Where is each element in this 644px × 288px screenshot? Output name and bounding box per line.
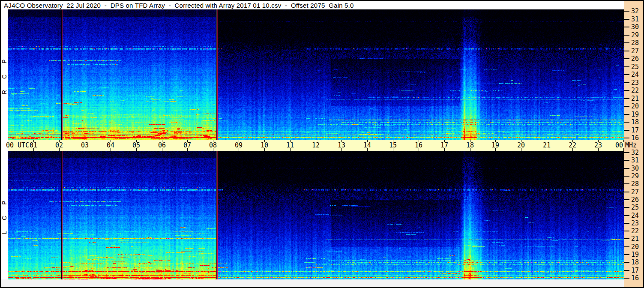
hour-tick [623,148,624,151]
rcp-label: R C P [1,9,8,140]
hour-label: 05 [130,142,143,149]
freq-tick [624,106,629,107]
page-title: AJ4CO Observatory 22 Jul 2020 - DPS on T… [4,1,354,9]
freq-tick [624,223,629,224]
freq-tick [624,130,629,131]
hour-label: 15 [386,142,399,149]
freq-label: 26 [631,55,642,62]
freq-label: 24 [631,71,642,78]
spectrogram-canvas-rcp [8,9,624,140]
hour-label: 17 [438,142,451,149]
frequency-axis: MHz 323130292827262524232221201918171632… [624,1,643,287]
freq-tick [624,254,629,255]
bottom-margin [1,279,624,287]
hour-tick [8,148,8,151]
freq-label: 32 [631,8,642,15]
freq-label: 25 [631,63,642,70]
freq-tick [624,51,629,51]
freq-tick [624,114,629,115]
hour-tick [8,140,8,142]
hour-label-last: 00 [613,142,626,149]
freq-tick [624,90,629,91]
freq-label: 21 [631,235,642,242]
freq-label: 22 [631,228,642,234]
spectrogram-canvas-lcp [8,151,624,279]
hour-label: 06 [156,142,168,149]
freq-label: 31 [631,157,642,164]
freq-tick [624,183,629,184]
hour-label: 13 [335,142,348,149]
freq-tick [624,138,629,138]
freq-label: 16 [631,275,642,282]
hour-label: 11 [284,142,297,149]
freq-tick [624,231,629,231]
freq-label: 22 [631,87,642,94]
hour-label: 10 [258,142,271,149]
freq-tick [624,160,629,161]
freq-tick [624,168,629,169]
freq-label: 23 [631,79,642,86]
freq-tick [624,58,629,59]
freq-tick [624,27,629,27]
freq-label: 20 [631,243,642,250]
hour-label: 16 [412,142,425,149]
freq-tick [624,152,629,153]
freq-tick [624,11,629,12]
freq-tick [624,238,629,239]
freq-tick [624,192,629,192]
freq-label: 21 [631,95,642,102]
hour-label: 01 [27,142,40,149]
freq-label: 30 [631,165,642,172]
freq-label: 20 [631,103,642,110]
mhz-unit-label: MHz [625,142,643,149]
freq-tick [624,42,629,43]
hour-label: 19 [489,142,502,149]
freq-tick [624,246,629,247]
freq-tick [624,98,629,99]
freq-tick [624,215,629,216]
freq-label: 32 [631,149,642,156]
hour-label: 09 [232,142,245,149]
freq-label: 17 [631,127,642,134]
hour-label: 23 [592,142,605,149]
hour-label: 08 [207,142,219,149]
hour-label: 22 [566,142,579,149]
hour-label: 12 [309,142,322,149]
freq-label: 29 [631,173,642,180]
freq-label: 28 [631,39,642,46]
time-axis: 00 UTC 00 010203040506070809101112131415… [8,140,624,151]
freq-tick [624,122,629,123]
freq-label: 18 [631,119,642,126]
freq-tick [624,270,629,271]
hour-label: 02 [53,142,66,149]
freq-label: 27 [631,189,642,195]
freq-label: 27 [631,48,642,54]
freq-label: 24 [631,212,642,219]
freq-label: 31 [631,16,642,23]
freq-label: 25 [631,204,642,211]
freq-label: 17 [631,267,642,274]
hour-label: 03 [78,142,91,149]
freq-tick [624,199,629,200]
hour-label: 14 [361,142,374,149]
freq-tick [624,207,629,208]
freq-tick [624,262,629,263]
freq-label: 16 [631,135,642,141]
freq-label: 30 [631,24,642,30]
freq-tick [624,66,629,67]
freq-tick [624,35,629,36]
hour-tick [623,140,624,142]
freq-label: 26 [631,196,642,203]
hour-label: 04 [104,142,117,149]
lcp-label: L C P [1,151,8,279]
freq-label: 23 [631,220,642,227]
freq-tick [624,19,629,20]
title-bar: AJ4CO Observatory 22 Jul 2020 - DPS on T… [1,1,624,9]
freq-tick [624,176,629,177]
freq-label: 18 [631,259,642,266]
app-window: AJ4CO Observatory 22 Jul 2020 - DPS on T… [0,0,644,288]
freq-label: 28 [631,180,642,187]
freq-label: 19 [631,251,642,258]
freq-label: 29 [631,32,642,39]
hour-label: 21 [540,142,553,149]
